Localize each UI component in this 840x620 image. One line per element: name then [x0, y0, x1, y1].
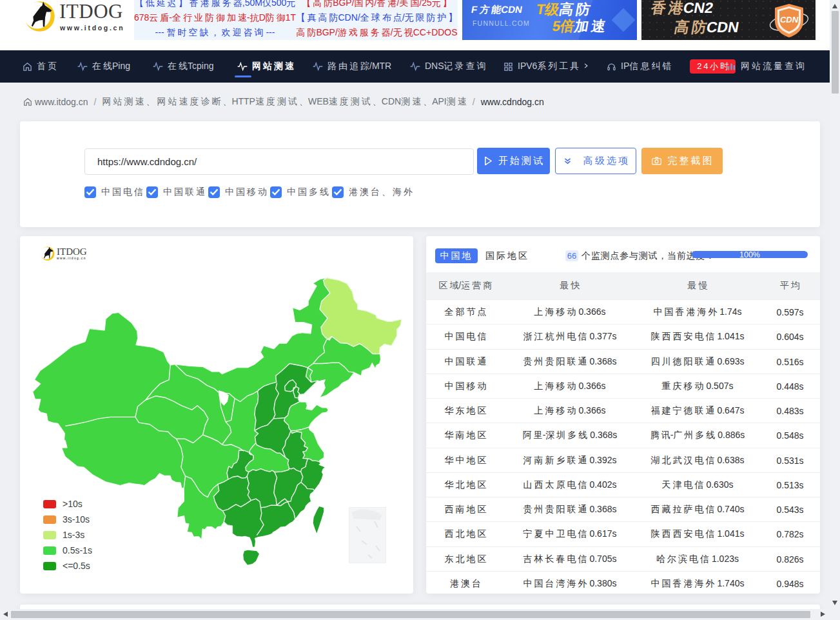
svg-text:CDN: CDN	[780, 15, 799, 25]
